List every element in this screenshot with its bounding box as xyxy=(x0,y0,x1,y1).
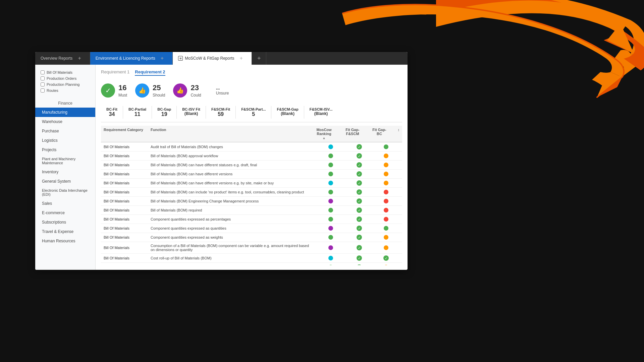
checkbox-bom-input[interactable] xyxy=(41,70,45,74)
checkbox-po-input[interactable] xyxy=(41,76,45,80)
tab-moscow-icon: ⊞ xyxy=(178,56,183,61)
row-fitgap-fscm: ✓ xyxy=(346,217,373,222)
sidebar-item-warehouse[interactable]: Warehouse xyxy=(35,117,95,126)
sidebar-item-manufacturing[interactable]: Manufacturing xyxy=(35,108,95,117)
row-category: Bill Of Materials xyxy=(104,181,151,185)
sidebar-item-ecommerce[interactable]: E-commerce xyxy=(35,208,95,218)
row-moscow-dot xyxy=(316,217,346,222)
row-fitgap-bc xyxy=(373,208,399,213)
tab-moscow-add[interactable]: + xyxy=(236,55,246,61)
score-bc-isv-label: BC-ISV Fit xyxy=(182,107,200,111)
score-bc-fit-value: 34 xyxy=(106,111,117,117)
col-header-fitgap-bc[interactable]: Fit Gap-BC xyxy=(366,128,393,140)
row-moscow-dot xyxy=(316,190,346,194)
checkbox-routes-input[interactable] xyxy=(41,88,45,93)
table-row: Bill Of Materials Component quantities e… xyxy=(101,233,402,242)
score-fscm-gap-value: (Blank) xyxy=(277,111,298,116)
dot-green xyxy=(328,265,333,265)
dot-red xyxy=(384,190,388,194)
stat-should-text: 25 Should xyxy=(153,83,165,98)
row-category: Bill Of Materials xyxy=(104,145,151,149)
dot-red xyxy=(384,217,388,222)
dot-red xyxy=(384,199,388,203)
sidebar-item-general-system[interactable]: General System xyxy=(35,177,95,186)
tab-environment-reports[interactable]: Environment & Licencing Reports + xyxy=(90,52,173,65)
checkbox-production-planning[interactable]: Production Planning xyxy=(35,81,95,87)
score-bc-partial-label: BC-Partial xyxy=(128,107,146,111)
stat-unsure-number: ... xyxy=(216,85,229,91)
sidebar-purchase-label: Purchase xyxy=(42,129,59,133)
app-window: Overview Reports + Environment & Licenci… xyxy=(35,52,408,270)
score-bc-partial: BC-Partial 11 xyxy=(123,106,152,119)
req-tab-2[interactable]: Requirement 2 xyxy=(135,69,165,76)
tab-new[interactable]: + xyxy=(252,52,267,65)
checkbox-bom[interactable]: Bill Of Materials xyxy=(35,69,95,75)
row-fitgap-fscm: ✓ xyxy=(346,207,373,213)
dot-cyan xyxy=(328,256,333,260)
row-function: Audit trail of Bill of Materials (BOM) c… xyxy=(151,145,316,149)
row-moscow-dot xyxy=(316,154,346,158)
stat-should: 👍 25 Should xyxy=(135,83,165,98)
row-fitgap-bc xyxy=(373,144,399,149)
sidebar-item-plant-machinery[interactable]: Plant and Machinery Maintenance xyxy=(35,155,95,167)
tab-bar: Overview Reports + Environment & Licenci… xyxy=(35,52,408,65)
row-category: Bill Of Materials xyxy=(104,217,151,221)
checkbox-production-orders[interactable]: Production Orders xyxy=(35,75,95,81)
dot-check-green: ✓ xyxy=(357,235,362,240)
stats-row: ✓ 16 Must 👍 25 Should 👍 23 xyxy=(101,80,402,101)
sidebar-item-purchase[interactable]: Purchase xyxy=(35,126,95,136)
sidebar-item-edi[interactable]: Electronic Data Interchange (EDI) xyxy=(35,186,95,199)
sidebar-finance-label: Finance xyxy=(35,99,95,108)
checkbox-routes[interactable]: Routes xyxy=(35,87,95,94)
table-row: Bill Of Materials Cost roll-up of Bill o… xyxy=(101,254,402,263)
row-fitgap-bc xyxy=(373,226,399,231)
sidebar-item-sales[interactable]: Sales xyxy=(35,199,95,208)
row-category: Bill Of Materials xyxy=(104,246,151,250)
tab-environment-label: Environment & Licencing Reports xyxy=(96,56,155,61)
sidebar-item-travel-expense[interactable]: Travel & Expense xyxy=(35,227,95,236)
row-fitgap-fscm: ✓ xyxy=(346,198,373,204)
col-header-function[interactable]: Function xyxy=(151,128,309,140)
tab-env-add[interactable]: + xyxy=(157,55,167,61)
tab-overview-reports[interactable]: Overview Reports + xyxy=(35,52,90,65)
tab-moscow-reports[interactable]: ⊞ MoSCoW & FitGap Reports + xyxy=(173,52,252,65)
checkbox-pp-input[interactable] xyxy=(41,82,45,86)
row-function: Bill of Materials (BOM) can have differe… xyxy=(151,181,316,185)
sidebar-item-human-resources[interactable]: Human Resources xyxy=(35,236,95,246)
score-bc-gap: BC-Gap 19 xyxy=(152,106,177,119)
tab-overview-add[interactable]: + xyxy=(74,55,84,61)
sidebar-logistics-label: Logistics xyxy=(42,138,58,143)
score-bc-isv: BC-ISV Fit (Blank) xyxy=(177,106,206,119)
dot-check-green: ✓ xyxy=(357,171,362,177)
dot-check-green: ✓ xyxy=(357,180,362,186)
row-function: Cost roll-up of Bill of Materials (BOM) xyxy=(151,256,316,260)
score-bc-isv-value: (Blank) xyxy=(182,111,200,116)
sidebar-edi-label: Electronic Data Interchange (EDI) xyxy=(42,188,89,196)
sidebar-item-projects[interactable]: Projects xyxy=(35,145,95,155)
sidebar-item-subscriptions[interactable]: Subscriptions xyxy=(35,218,95,227)
row-function: Bill of Materials (BOM) can include 'no … xyxy=(151,190,316,194)
row-function: Bill of Materials (BOM) approval workflo… xyxy=(151,154,316,158)
col-header-moscow[interactable]: MosCowRanking▲ xyxy=(309,128,339,140)
row-fitgap-bc: ✓ xyxy=(373,255,399,261)
checkbox-routes-label: Routes xyxy=(47,88,58,93)
sidebar-item-logistics[interactable]: Logistics xyxy=(35,136,95,145)
col-header-category[interactable]: Requirement Category xyxy=(104,128,151,140)
tab-moscow-label: MoSCoW & FitGap Reports xyxy=(185,56,234,61)
row-fitgap-fscm: ✓ xyxy=(346,264,373,265)
col-header-fitgap-fscm[interactable]: Fit Gap-F&SCM xyxy=(339,128,366,140)
score-bc-fit: BC-Fit 34 xyxy=(101,106,123,119)
dot-check-green: ✓ xyxy=(357,162,362,168)
row-fitgap-bc xyxy=(373,154,399,158)
sidebar-item-inventory[interactable]: Inventory xyxy=(35,167,95,177)
row-function: Bill of Materials (BOM) Engineering Chan… xyxy=(151,199,316,203)
score-bc-gap-value: 19 xyxy=(157,111,171,117)
dot-purple xyxy=(328,245,333,250)
score-fscm-fit-label: F&SCM-Fit xyxy=(211,107,230,111)
stat-must-number: 16 xyxy=(118,83,127,93)
sidebar-manufacturing-label: Manufacturing xyxy=(42,110,67,115)
score-fscm-isv-label: F&SCM-ISV... xyxy=(310,107,333,111)
score-bc-fit-label: BC-Fit xyxy=(106,107,117,111)
req-tab-1[interactable]: Requirement 1 xyxy=(101,69,129,76)
row-moscow-dot xyxy=(316,226,346,231)
